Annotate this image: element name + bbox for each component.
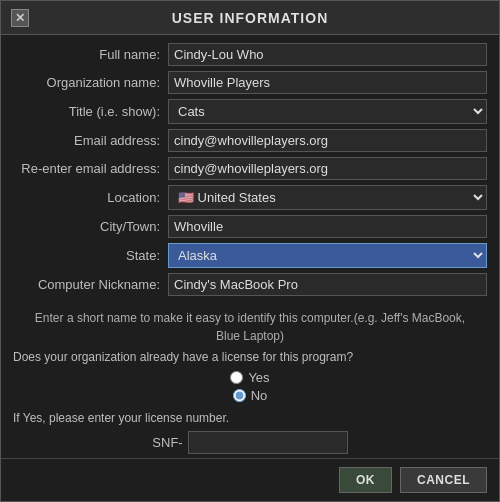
nickname-hint: Enter a short name to make it easy to id… (13, 301, 487, 346)
snf-input[interactable] (188, 431, 348, 454)
org-name-input[interactable] (168, 71, 487, 94)
full-name-row: Full name: (13, 43, 487, 66)
radio-group: Yes No (13, 370, 487, 403)
footer: OK CANCEL (1, 458, 499, 501)
radio-no-label: No (251, 388, 268, 403)
location-row: Location: 🇺🇸 United States 🇬🇧 United Kin… (13, 185, 487, 210)
nickname-input[interactable] (168, 273, 487, 296)
full-name-input[interactable] (168, 43, 487, 66)
city-row: City/Town: (13, 215, 487, 238)
ok-button[interactable]: OK (339, 467, 392, 493)
email-input[interactable] (168, 129, 487, 152)
state-select[interactable]: AlabamaAlaskaArizonaArkansasCaliforniaCo… (168, 243, 487, 268)
location-select[interactable]: 🇺🇸 United States 🇬🇧 United Kingdom 🇨🇦 Ca… (168, 185, 487, 210)
license-note: If Yes, please enter your license number… (13, 411, 487, 425)
state-label: State: (13, 248, 168, 263)
radio-no-row[interactable]: No (233, 388, 268, 403)
title-bar: ✕ USER INFORMATION (1, 1, 499, 35)
radio-yes-label: Yes (248, 370, 269, 385)
org-name-row: Organization name: (13, 71, 487, 94)
license-section: Does your organization already have a li… (1, 346, 499, 458)
nickname-row: Computer Nickname: (13, 273, 487, 296)
radio-yes[interactable] (230, 371, 243, 384)
license-question: Does your organization already have a li… (13, 350, 487, 364)
state-row: State: AlabamaAlaskaArizonaArkansasCalif… (13, 243, 487, 268)
title-select[interactable]: Cats Hamilton Les Misérables (168, 99, 487, 124)
email-row: Email address: (13, 129, 487, 152)
full-name-label: Full name: (13, 47, 168, 62)
form-content: Full name: Organization name: Title (i.e… (1, 35, 499, 346)
city-input[interactable] (168, 215, 487, 238)
user-information-dialog: ✕ USER INFORMATION Full name: Organizati… (0, 0, 500, 502)
nickname-label: Computer Nickname: (13, 277, 168, 292)
re-email-label: Re-enter email address: (13, 161, 168, 176)
title-label: Title (i.e. show): (13, 104, 168, 119)
city-label: City/Town: (13, 219, 168, 234)
org-name-label: Organization name: (13, 75, 168, 90)
re-email-row: Re-enter email address: (13, 157, 487, 180)
snf-label: SNF- (152, 435, 182, 450)
email-label: Email address: (13, 133, 168, 148)
snf-row: SNF- (13, 431, 487, 454)
re-email-input[interactable] (168, 157, 487, 180)
radio-no[interactable] (233, 389, 246, 402)
location-label: Location: (13, 190, 168, 205)
cancel-button[interactable]: CANCEL (400, 467, 487, 493)
title-row: Title (i.e. show): Cats Hamilton Les Mis… (13, 99, 487, 124)
radio-yes-row[interactable]: Yes (230, 370, 269, 385)
dialog-title: USER INFORMATION (172, 10, 329, 26)
close-button[interactable]: ✕ (11, 9, 29, 27)
